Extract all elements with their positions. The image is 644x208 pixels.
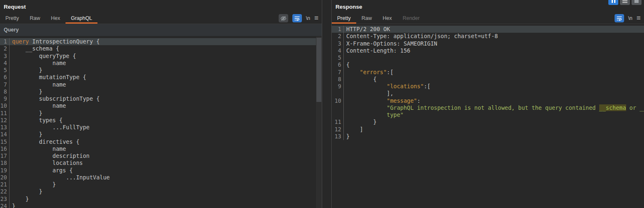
code-line[interactable]: 1HTTP/2 200 OK [332, 26, 644, 33]
editor-menu-button[interactable]: ≡ [314, 16, 318, 20]
code-line-text: type" [344, 111, 403, 119]
single-layout-button[interactable] [632, 0, 642, 5]
rows-layout-icon [622, 0, 627, 3]
word-wrap-button[interactable] [615, 14, 624, 22]
code-line[interactable]: 5 [332, 54, 644, 61]
code-line-text: X-Frame-Options: SAMEORIGIN [344, 40, 437, 47]
line-number: 9 [332, 83, 344, 90]
line-number: 3 [332, 40, 344, 47]
show-newlines-button[interactable]: \n [628, 15, 632, 21]
code-line[interactable]: 4 name [0, 60, 322, 67]
line-number: 5 [332, 54, 344, 61]
tab-response-pretty[interactable]: Pretty [332, 14, 356, 24]
word-wrap-icon [294, 16, 300, 21]
code-line[interactable]: type" [332, 111, 644, 119]
code-line[interactable]: 21 } [0, 181, 322, 188]
code-line[interactable]: 19 args { [0, 167, 322, 174]
tab-request-pretty[interactable]: Pretty [0, 14, 24, 24]
tab-response-hex[interactable]: Hex [377, 14, 397, 24]
code-line[interactable]: ], [332, 90, 644, 97]
code-line[interactable]: 7 name [0, 81, 322, 88]
code-line[interactable]: 13} [332, 133, 644, 140]
line-number: 10 [0, 102, 10, 109]
line-number: 21 [0, 181, 10, 188]
code-line[interactable]: 5 } [0, 67, 322, 74]
code-line-text: name [10, 102, 66, 109]
request-scrollbar-thumb[interactable] [316, 38, 321, 102]
code-line[interactable]: 10 name [0, 102, 322, 109]
show-newlines-button[interactable]: \n [306, 15, 310, 21]
request-editor[interactable]: 1query IntrospectionQuery {2 __schema {3… [0, 36, 322, 208]
code-line[interactable]: 3 queryType { [0, 53, 322, 60]
code-line[interactable]: 8 } [0, 88, 322, 95]
line-number: 6 [0, 74, 10, 81]
code-line[interactable]: 3X-Frame-Options: SAMEORIGIN [332, 40, 644, 47]
request-tabs: PrettyRawHexGraphQL \n ≡ [0, 14, 322, 24]
line-number: 18 [0, 160, 10, 167]
line-number: 14 [0, 131, 10, 138]
code-line[interactable]: 18 locations [0, 160, 322, 167]
code-line-text: directives { [10, 138, 80, 145]
line-number: 24 [0, 203, 10, 208]
line-number: 11 [0, 110, 10, 117]
response-editor[interactable]: 1HTTP/2 200 OK2Content-Type: application… [332, 24, 644, 208]
code-line[interactable]: 1query IntrospectionQuery { [0, 38, 322, 45]
tab-response-raw[interactable]: Raw [356, 14, 377, 24]
response-title: Response [332, 0, 644, 14]
code-line-text: name [10, 81, 66, 88]
code-line[interactable]: 20 ...InputValue [0, 174, 322, 181]
tab-request-hex[interactable]: Hex [46, 14, 66, 24]
code-line-text: ] [344, 126, 363, 133]
code-line[interactable]: 10 "message": [332, 97, 644, 104]
code-line[interactable]: 2Content-Type: application/json; charset… [332, 33, 644, 40]
code-line-text: } [10, 110, 42, 117]
code-line-text: "GraphQL introspection is not allowed, b… [344, 104, 644, 111]
rows-layout-button[interactable] [620, 0, 630, 5]
code-line[interactable]: 24} [0, 203, 322, 208]
pause-button[interactable] [608, 0, 618, 5]
code-line[interactable]: 11 } [332, 119, 644, 126]
query-subheader: Query [0, 24, 322, 36]
code-line-text: } [10, 67, 42, 74]
code-line[interactable]: 6{ [332, 61, 644, 68]
code-line[interactable]: 17 description [0, 152, 322, 160]
line-number: 16 [0, 145, 10, 152]
code-line[interactable]: "GraphQL introspection is not allowed, b… [332, 104, 644, 111]
code-line-text: } [10, 181, 56, 188]
code-line[interactable]: 22 } [0, 188, 322, 195]
word-wrap-button[interactable] [292, 14, 302, 22]
code-line[interactable]: 16 name [0, 145, 322, 152]
code-line[interactable]: 4Content-Length: 156 [332, 47, 644, 54]
line-number [332, 104, 344, 111]
code-line-text [344, 54, 346, 61]
tab-response-render[interactable]: Render [397, 14, 425, 24]
request-title: Request [0, 0, 322, 14]
code-line[interactable]: 15 directives { [0, 138, 322, 145]
code-line-text: types { [10, 117, 63, 124]
hide-nonprintable-button[interactable] [279, 14, 288, 22]
code-line[interactable]: 14 } [0, 131, 322, 138]
tab-request-raw[interactable]: Raw [24, 14, 46, 24]
tab-request-graphql[interactable]: GraphQL [66, 14, 97, 24]
code-line-text: args { [10, 167, 73, 174]
code-line-text: ...FullType [10, 124, 90, 131]
response-tabs: PrettyRawHexRender \n ≡ [332, 14, 644, 24]
code-line[interactable]: 7 "errors":[ [332, 69, 644, 76]
code-line[interactable]: 13 ...FullType [0, 124, 322, 131]
code-line[interactable]: 12 types { [0, 117, 322, 124]
pause-icon [612, 0, 613, 3]
code-line[interactable]: 8 { [332, 76, 644, 83]
code-line[interactable]: 6 mutationType { [0, 74, 322, 81]
editor-menu-button[interactable]: ≡ [637, 16, 641, 20]
code-line[interactable]: 23 } [0, 196, 322, 203]
code-line-text: "errors":[ [344, 69, 394, 76]
word-wrap-icon [616, 16, 622, 21]
code-line-text: ], [344, 90, 394, 97]
code-line[interactable]: 9 "locations":[ [332, 83, 644, 90]
request-scrollbar[interactable] [316, 36, 322, 208]
code-line[interactable]: 12 ] [332, 126, 644, 133]
code-line[interactable]: 11 } [0, 110, 322, 117]
code-line[interactable]: 2 __schema { [0, 45, 322, 52]
line-number: 20 [0, 174, 10, 181]
code-line[interactable]: 9 subscriptionType { [0, 95, 322, 102]
